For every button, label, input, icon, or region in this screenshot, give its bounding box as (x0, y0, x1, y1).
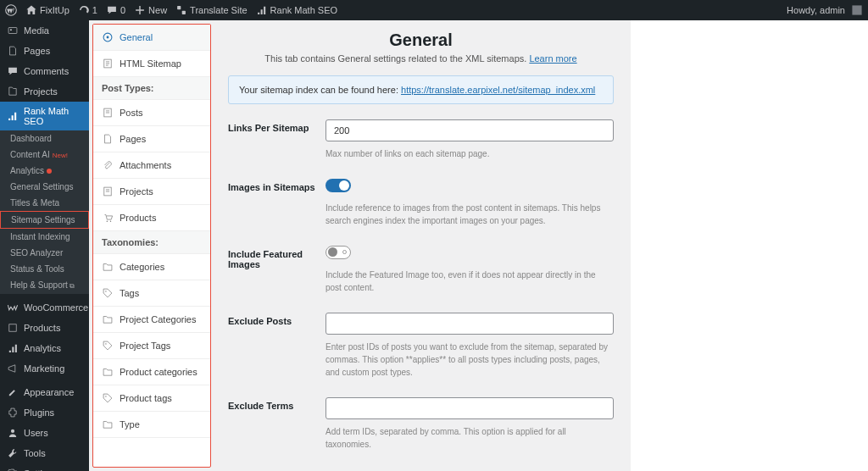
tab-product-tags[interactable]: Product tags (93, 385, 210, 412)
submenu-general-settings[interactable]: General Settings (0, 179, 89, 195)
tab-html-sitemap[interactable]: HTML Sitemap (93, 51, 210, 77)
sitemap-notice: Your sitemap index can be found here: ht… (228, 75, 614, 104)
menu-users[interactable]: Users (0, 423, 89, 443)
svg-rect-1 (177, 6, 181, 9)
submenu-dashboard[interactable]: Dashboard (0, 130, 89, 147)
links-per-sitemap-input[interactable] (326, 119, 614, 141)
exclude-terms-label: Exclude Terms (228, 397, 326, 451)
submenu-titles-meta[interactable]: Titles & Meta (0, 195, 89, 211)
translate-link[interactable]: Translate Site (175, 4, 247, 16)
menu-projects[interactable]: Projects (0, 81, 89, 102)
wp-logo[interactable] (5, 4, 17, 16)
wp-admin-sidebar: Media Pages Comments Projects Rank Math … (0, 20, 89, 471)
tab-pages[interactable]: Pages (93, 126, 210, 152)
svg-rect-4 (8, 28, 17, 34)
svg-rect-3 (852, 5, 861, 14)
menu-comments[interactable]: Comments (0, 61, 89, 81)
tab-attachments[interactable]: Attachments (93, 152, 210, 179)
updates-link[interactable]: 1 (78, 4, 97, 16)
taxonomies-header: Taxonomies: (93, 231, 210, 254)
comments-link[interactable]: 0 (106, 4, 125, 16)
howdy-link[interactable]: Howdy, admin (787, 4, 863, 16)
menu-rankmath[interactable]: Rank Math SEO (0, 102, 89, 130)
svg-rect-2 (182, 11, 186, 14)
exclude-posts-label: Exclude Posts (228, 313, 326, 379)
sitemap-url-link[interactable]: https://translate.earpixel.net/sitemap_i… (401, 85, 595, 95)
submenu-status-tools[interactable]: Status & Tools (0, 261, 89, 277)
tab-products[interactable]: Products (93, 205, 210, 231)
tab-product-categories[interactable]: Product categories (93, 359, 210, 385)
menu-pages[interactable]: Pages (0, 41, 89, 61)
menu-appearance[interactable]: Appearance (0, 382, 89, 402)
tab-categories[interactable]: Categories (93, 254, 210, 280)
tab-tags[interactable]: Tags (93, 280, 210, 307)
new-link[interactable]: New (134, 4, 167, 16)
tab-general[interactable]: General (93, 25, 210, 51)
links-per-sitemap-help: Max number of links on each sitemap page… (326, 147, 614, 160)
svg-point-10 (107, 36, 109, 39)
exclude-terms-help: Add term IDs, separated by comma. This o… (326, 425, 614, 451)
menu-analytics[interactable]: Analytics (0, 338, 89, 358)
svg-point-16 (105, 291, 106, 291)
settings-content: General This tab contains General settin… (211, 20, 631, 471)
post-types-header: Post Types: (93, 77, 210, 100)
include-featured-toggle[interactable] (326, 246, 351, 259)
images-in-sitemaps-toggle[interactable] (326, 179, 351, 192)
links-per-sitemap-label: Links Per Sitemap (228, 119, 326, 160)
exclude-terms-input[interactable] (326, 397, 614, 419)
images-in-sitemaps-help: Include reference to images from the pos… (326, 202, 614, 227)
images-in-sitemaps-label: Images in Sitemaps (228, 179, 326, 227)
rankmath-submenu: Dashboard Content AINew! Analytics Gener… (0, 130, 89, 294)
rankmath-link[interactable]: Rank Math SEO (256, 4, 337, 16)
svg-point-17 (105, 343, 106, 344)
menu-plugins[interactable]: Plugins (0, 402, 89, 423)
menu-woocommerce[interactable]: WooCommerce (0, 297, 89, 318)
submenu-instant-indexing[interactable]: Instant Indexing (0, 229, 89, 245)
include-featured-label: Include Featured Images (228, 246, 326, 294)
submenu-sitemap-settings[interactable]: Sitemap Settings (0, 211, 89, 229)
submenu-analytics[interactable]: Analytics (0, 163, 89, 179)
notification-dot-icon (47, 169, 52, 174)
svg-point-14 (107, 221, 108, 222)
tab-project-tags[interactable]: Project Tags (93, 333, 210, 359)
page-subtitle: This tab contains General settings relat… (228, 53, 614, 64)
learn-more-link[interactable]: Learn more (529, 53, 576, 64)
exclude-posts-input[interactable] (326, 313, 614, 335)
tab-type[interactable]: Type (93, 412, 210, 438)
menu-tools[interactable]: Tools (0, 443, 89, 463)
submenu-help-support[interactable]: Help & Support⧉ (0, 277, 89, 294)
page-title: General (228, 30, 614, 50)
exclude-posts-help: Enter post IDs of posts you want to excl… (326, 341, 614, 379)
external-link-icon: ⧉ (70, 282, 75, 290)
admin-bar: FixItUp 1 0 New Translate Site Rank Math… (0, 0, 868, 20)
svg-point-15 (110, 221, 111, 222)
tab-posts[interactable]: Posts (93, 100, 210, 126)
svg-point-5 (10, 29, 12, 30)
submenu-seo-analyzer[interactable]: SEO Analyzer (0, 245, 89, 261)
site-name-link[interactable]: FixItUp (25, 4, 70, 16)
submenu-content-ai[interactable]: Content AINew! (0, 147, 89, 163)
menu-products[interactable]: Products (0, 318, 89, 338)
include-featured-help: Include the Featured Image too, even if … (326, 269, 614, 294)
tab-project-categories[interactable]: Project Categories (93, 307, 210, 333)
svg-rect-6 (9, 324, 16, 331)
tab-projects[interactable]: Projects (93, 179, 210, 205)
svg-point-7 (11, 429, 14, 433)
menu-settings[interactable]: Settings (0, 463, 89, 471)
menu-marketing[interactable]: Marketing (0, 358, 89, 379)
menu-media[interactable]: Media (0, 20, 89, 41)
svg-point-18 (105, 396, 106, 396)
right-gutter (631, 20, 868, 471)
settings-tabs-panel: General HTML Sitemap Post Types: Posts P… (92, 24, 211, 468)
